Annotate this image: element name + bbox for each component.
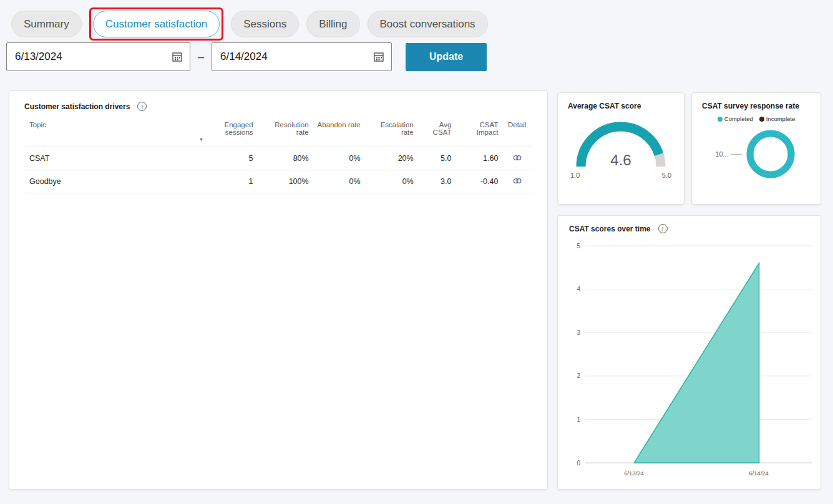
drivers-title: Customer satisfaction drivers — [24, 102, 130, 111]
table-row: Goodbye 1 100% 0% 0% 3.0 -0.40 — [24, 170, 532, 193]
drivers-table: Topic Engaged sessions Resolution rate A… — [24, 117, 532, 193]
cell-impact: -0.40 — [455, 170, 502, 193]
detail-link-icon[interactable] — [512, 153, 522, 163]
donut-title: CSAT survey response rate — [692, 93, 821, 110]
start-date-field — [6, 42, 190, 71]
gauge-max-label: 5.0 — [662, 172, 671, 179]
y-tick: 4 — [577, 286, 580, 293]
cell-escalation: 0% — [364, 170, 417, 193]
y-tick: 0 — [577, 460, 580, 467]
col-engaged-sessions[interactable]: Engaged sessions — [196, 117, 256, 147]
y-tick: 1 — [577, 416, 580, 423]
sort-descending-icon — [200, 138, 253, 142]
date-toolbar: – Update — [6, 42, 487, 71]
tabs-row: Summary Customer satisfaction Sessions B… — [11, 7, 488, 41]
col-resolution-rate[interactable]: Resolution rate — [257, 117, 313, 147]
csat-over-time-chart: 5 4 3 2 1 0 6/13/24 6/14/24 — [564, 238, 814, 483]
x-tick: 6/14/24 — [749, 470, 769, 477]
info-icon[interactable] — [658, 224, 668, 233]
response-rate-donut-chart — [744, 127, 797, 181]
line-chart-title: CSAT scores over time — [569, 225, 651, 233]
response-rate-card: CSAT survey response rate Completed Inco… — [691, 92, 821, 205]
legend-item-incomplete[interactable]: Incomplete — [759, 115, 795, 122]
update-button[interactable]: Update — [406, 43, 487, 71]
col-abandon-rate[interactable]: Abandon rate — [313, 117, 364, 147]
callout-connector-line — [731, 154, 742, 155]
col-avg-csat[interactable]: Avg CSAT — [417, 117, 455, 147]
donut-legend: Completed Incomplete — [692, 115, 821, 122]
x-tick: 6/13/24 — [624, 470, 644, 477]
cell-abandon: 0% — [313, 170, 364, 193]
completed-dot-icon — [718, 117, 723, 122]
calendar-icon[interactable] — [170, 49, 185, 64]
tab-sessions[interactable]: Sessions — [231, 11, 299, 37]
legend-label: Incomplete — [766, 115, 795, 122]
gauge-min-label: 1.0 — [570, 172, 580, 179]
csat-area — [634, 263, 759, 463]
tab-customer-satisfaction[interactable]: Customer satisfaction — [93, 11, 220, 37]
tab-boost-conversations[interactable]: Boost conversations — [368, 11, 488, 37]
cell-resolution: 80% — [257, 147, 313, 170]
cell-topic: CSAT — [24, 147, 196, 170]
y-tick: 2 — [577, 372, 580, 379]
cell-topic: Goodbye — [24, 170, 196, 193]
cell-engaged: 1 — [196, 170, 256, 193]
col-engaged-sessions-label: Engaged sessions — [225, 121, 253, 136]
info-icon[interactable] — [137, 102, 147, 111]
cell-avg-csat: 5.0 — [417, 147, 455, 170]
annotation-highlight: Customer satisfaction — [89, 7, 223, 41]
table-header-row: Topic Engaged sessions Resolution rate A… — [24, 117, 532, 147]
end-date-input[interactable] — [212, 43, 391, 70]
cell-impact: 1.60 — [455, 147, 502, 170]
drivers-card: Customer satisfaction drivers Topic Enga… — [9, 90, 548, 490]
col-escalation-rate[interactable]: Escalation rate — [364, 117, 417, 147]
start-date-input[interactable] — [7, 43, 190, 70]
gauge-value: 4.6 — [610, 152, 631, 168]
tab-summary[interactable]: Summary — [11, 11, 82, 37]
cell-avg-csat: 3.0 — [417, 170, 455, 193]
y-tick: 5 — [577, 243, 580, 250]
cell-engaged: 5 — [196, 147, 256, 170]
donut-completed-ring — [750, 133, 791, 175]
y-tick: 3 — [577, 329, 580, 336]
average-csat-card: Average CSAT score 4.6 1.0 5.0 — [557, 92, 684, 205]
col-csat-impact[interactable]: CSAT Impact — [455, 117, 502, 147]
cell-abandon: 0% — [313, 147, 364, 170]
cell-resolution: 100% — [257, 170, 313, 193]
detail-link-icon[interactable] — [512, 176, 522, 186]
legend-item-completed[interactable]: Completed — [718, 115, 753, 122]
tab-billing[interactable]: Billing — [306, 11, 359, 37]
table-row: CSAT 5 80% 0% 20% 5.0 1.60 — [24, 147, 532, 170]
col-detail: Detail — [502, 117, 532, 147]
scores-over-time-card: CSAT scores over time 5 4 3 2 1 0 6/13/2… — [557, 215, 821, 490]
end-date-field — [212, 42, 392, 71]
analytics-page: Summary Customer satisfaction Sessions B… — [0, 0, 833, 504]
date-range-separator: – — [198, 51, 204, 64]
calendar-icon[interactable] — [371, 49, 386, 64]
csat-gauge-chart: 4.6 — [568, 114, 673, 173]
legend-label: Completed — [724, 115, 753, 122]
incomplete-dot-icon — [759, 117, 764, 122]
col-topic[interactable]: Topic — [24, 117, 196, 147]
cell-escalation: 20% — [364, 147, 417, 170]
donut-callout-label: 10... — [715, 150, 728, 158]
gauge-title: Average CSAT score — [558, 93, 684, 110]
